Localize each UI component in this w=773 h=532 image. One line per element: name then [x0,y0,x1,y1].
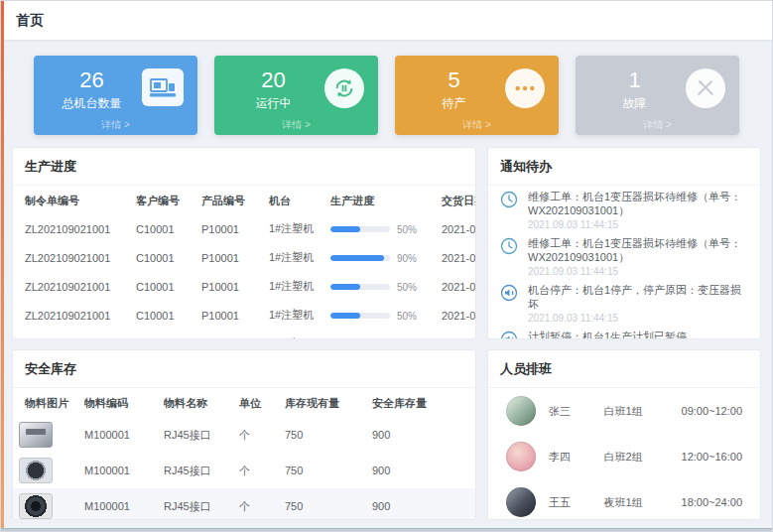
col-machine: 机台 [263,186,324,214]
table-header-row: 制令单编号 客户编号 产品编号 机台 生产进度 交货日期 [13,186,475,214]
stat-value: 20 [222,68,324,92]
material-image-cell [13,453,78,488]
running-icon [324,68,364,108]
avatar [506,487,536,517]
delivery-date-cell: 2021-09-10 [436,243,475,272]
stat-card-body: 20 运行中 [222,68,324,112]
ellipsis-icon [505,68,545,108]
material-code-cell: M100001 [78,488,158,520]
notification-time: 2021.09.03 11:44:15 [528,219,748,230]
col-material-image: 物料图片 [13,388,78,417]
col-unit: 单位 [233,388,279,417]
notification-text: 机台停产：机台1停产，停产原因：变压器损坏 [528,283,748,311]
progress-bar [330,284,390,290]
material-name-cell: RJ45接口 [158,488,233,520]
progress-percent-label: 50% [397,224,417,235]
stat-card-total-machines[interactable]: 26 总机台数量 详情 > [34,56,197,135]
progress-cell: 50% [324,272,436,301]
on-hand-cell: 750 [279,488,366,520]
clock-icon [500,191,520,210]
safety-qty-cell: 900 [366,453,475,488]
notification-text: 维修工单：机台1变压器损坏待维修（单号：WX202109031001） [528,236,748,264]
person-time: 09:00~12:00 [682,405,742,417]
notification-item[interactable]: 维修工单：机台1变压器损坏待维修（单号：WX202109031001） 2021… [488,186,760,232]
delivery-date-cell: 2021-09-10 [436,301,475,330]
panel-title: 通知待办 [488,148,760,186]
person-shift: 白班1组 [604,404,682,419]
window-bottom-edge [1,528,772,531]
product-no-cell: P10001 [195,272,263,301]
table-row[interactable]: M100001 RJ45接口 个 750 900 [13,453,475,488]
stat-label: 故障 [583,95,686,112]
safety-qty-cell: 900 [366,417,475,453]
notification-body: 计划暂停：机台1生产计划已暂停 2021.09.03 11:44:15 [528,330,687,339]
notification-item[interactable]: 计划暂停：机台1生产计划已暂停 2021.09.03 11:44:15 [488,326,760,339]
avatar [506,396,536,426]
window-left-edge [1,1,4,531]
safety-stock-table: 物料图片 物料编码 物料名称 单位 库存现有量 安全库存量 M100001 R [13,388,475,520]
stat-card-body: 26 总机台数量 [42,68,142,112]
table-row[interactable]: M100001 RJ45接口 个 750 900 [13,488,475,520]
order-no-cell: ZL202109021001 [13,330,130,339]
stat-label: 总机台数量 [42,95,142,112]
person-time: 12:00~16:00 [682,451,742,463]
schedule-row: 张三 白班1组 09:00~12:00 [488,388,760,434]
notification-item[interactable]: 维修工单：机台1变压器损坏待维修（单号：WX202109031001） 2021… [488,232,760,279]
table-row[interactable]: ZL202109021001 C10001 P10001 1#注塑机 50% 2… [13,272,475,301]
stat-card-body: 1 故障 [583,68,686,112]
col-progress: 生产进度 [324,186,436,214]
tab-home[interactable]: 首页 [16,12,44,30]
production-table: 制令单编号 客户编号 产品编号 机台 生产进度 交货日期 ZL202109021… [13,186,475,339]
person-name: 李四 [549,450,604,465]
staff-schedule-panel: 人员排班 张三 白班1组 09:00~12:00 李四 白班2组 12:00~1… [487,349,761,520]
customer-no-cell: C10001 [130,330,195,339]
material-name-cell: RJ45接口 [158,453,233,488]
table-row[interactable]: ZL202109021001 C10001 P10001 1#注塑机 90% 2… [13,243,475,272]
progress-cell: 50% [324,330,436,339]
customer-no-cell: C10001 [130,214,195,243]
panel-title: 安全库存 [13,350,475,388]
stat-card-standby[interactable]: 5 待产 详情 > [395,56,559,135]
product-no-cell: P10001 [195,243,263,272]
notification-time: 2021.09.03 11:44:15 [528,266,748,277]
detail-link[interactable]: 详情 > [214,118,378,132]
notifications-panel: 通知待办 维修工单：机台1变压器损坏待维修（单号：WX202109031001）… [487,147,761,339]
detail-link[interactable]: 详情 > [576,118,739,132]
detail-link[interactable]: 详情 > [34,118,197,132]
tools-icon [686,68,725,108]
notification-body: 维修工单：机台1变压器损坏待维修（单号：WX202109031001） 2021… [528,236,748,277]
machine-cell: 1#注塑机 [263,330,324,339]
stat-card-fault[interactable]: 1 故障 详情 > [576,56,739,135]
stat-card-running[interactable]: 20 运行中 详情 > [214,56,378,135]
progress-bar-fill [330,226,360,232]
stat-label: 运行中 [222,95,324,112]
order-no-cell: ZL202109021001 [13,272,130,301]
col-safety-qty: 安全库存量 [366,388,475,417]
person-shift: 白班2组 [604,450,682,465]
machine-cell: 1#注塑机 [263,301,324,330]
table-row[interactable]: ZL202109021001 C10001 P10001 1#注塑机 50% 2… [13,330,475,339]
customer-no-cell: C10001 [130,243,195,272]
product-no-cell: P10001 [195,214,263,243]
table-row[interactable]: ZL202109021001 C10001 P10001 1#注塑机 50% 2… [13,301,475,330]
table-row[interactable]: ZL202109021001 C10001 P10001 1#注塑机 50% 2… [13,214,475,243]
progress-bar-fill [330,313,360,319]
notification-text: 计划暂停：机台1生产计划已暂停 [528,330,687,339]
progress-bar [330,226,390,232]
safety-qty-cell: 900 [366,488,475,520]
detail-link[interactable]: 详情 > [395,118,559,132]
material-name-cell: RJ45接口 [158,417,233,453]
table-row[interactable]: M100001 RJ45接口 个 750 900 [13,417,475,453]
clock-icon [500,237,520,257]
notification-time: 2021.09.03 11:44:15 [528,313,748,324]
progress-cell: 90% [324,243,436,272]
notification-item[interactable]: 机台停产：机台1停产，停产原因：变压器损坏 2021.09.03 11:44:1… [488,279,760,326]
unit-cell: 个 [233,488,279,520]
machine-cell: 1#注塑机 [263,214,324,243]
col-on-hand: 库存现有量 [279,388,366,417]
stat-value: 1 [583,68,686,92]
product-no-cell: P10001 [195,301,263,330]
customer-no-cell: C10001 [130,272,195,301]
person-name: 张三 [549,404,604,419]
notification-text: 维修工单：机台1变压器损坏待维修（单号：WX202109031001） [528,190,748,217]
